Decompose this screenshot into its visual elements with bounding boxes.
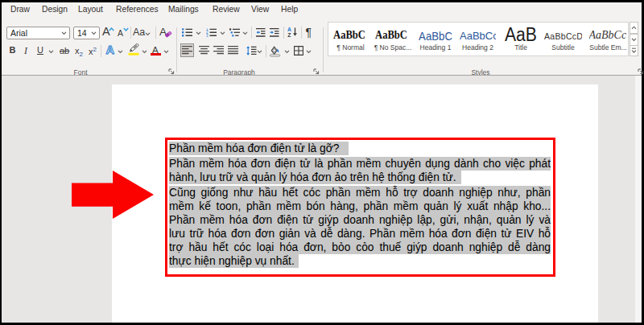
svg-text:Z: Z: [287, 32, 291, 37]
svg-text:3: 3: [206, 34, 208, 37]
